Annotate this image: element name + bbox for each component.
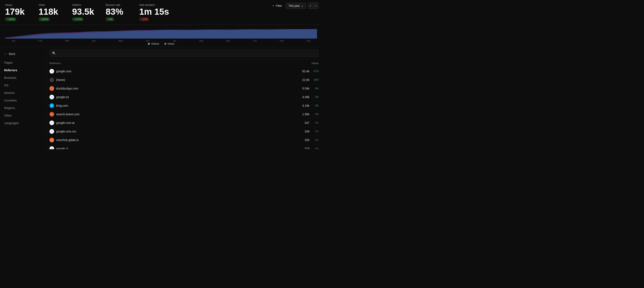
stat-item-visitors: Visitors 93.5k 272% [72, 2, 106, 24]
month-label-mar: Mar [59, 40, 76, 42]
sidebar-item-cities[interactable]: Cities [0, 112, 46, 119]
table-row[interactable]: G google.es 4.09k 3% [46, 93, 322, 102]
referrer-name: google.cl [56, 147, 297, 149]
table-row[interactable]: ○ (None) 22.6k 18% [46, 76, 322, 84]
referrer-views: 273 [299, 147, 310, 149]
sidebar-item-pages[interactable]: Pages [0, 59, 46, 66]
sidebar-item-referrers[interactable]: Referrers [0, 66, 46, 74]
month-label-feb: Feb [32, 40, 49, 42]
badge-arrow-icon [40, 18, 41, 21]
stat-label: Visit duration [139, 3, 169, 6]
table-row[interactable]: G google.cl 273 0% [46, 144, 322, 149]
filter-label: Filter [276, 4, 282, 7]
referrer-pct: 0% [312, 121, 319, 124]
year-selector[interactable]: This year ⌄ [286, 3, 306, 9]
back-label: Back [9, 52, 15, 56]
referrer-views: 1.95k [299, 112, 310, 116]
chevron-down-icon: ⌄ [301, 4, 303, 7]
stat-value: 118k [38, 7, 64, 16]
referrer-name: google.com.ar [56, 121, 297, 124]
table-row[interactable]: G google.com 83.4k 67% [46, 67, 322, 76]
stat-item-visit-duration: Visit duration 1m 15s 17% [139, 2, 177, 24]
stats-bar: Views 179k 229% Visits 118k 263% Visitor… [0, 0, 322, 25]
stat-value: 1m 15s [139, 7, 169, 16]
table-col-views: Views [312, 62, 319, 65]
referrer-views: 347 [299, 121, 310, 124]
stat-item-visits: Visits 118k 263% [38, 2, 72, 24]
stat-label: Bounce rate [106, 3, 131, 6]
stat-value: 179k [5, 7, 30, 16]
referrer-name: search.brave.com [56, 112, 297, 116]
referrer-icon: 🦁 [50, 112, 54, 116]
referrer-views: 3.16k [299, 104, 310, 107]
referrer-icon: ○ [50, 78, 54, 82]
month-label-may: May [112, 40, 129, 42]
table-row[interactable]: B bing.com 3.16k 3% [46, 102, 322, 110]
referrer-icon: B [50, 103, 54, 108]
legend-label: Visitors [151, 42, 159, 45]
month-label-oct: Oct [246, 40, 263, 42]
legend-dot [148, 43, 150, 45]
table-row[interactable]: 🦆 duckduckgo.com 5.54k 4% [46, 84, 322, 93]
legend-item-visitors: Visitors [148, 42, 159, 45]
referrer-pct: 3% [312, 96, 319, 98]
referrer-views: 330 [299, 138, 310, 142]
search-bar: 🔍 [46, 47, 322, 60]
back-button[interactable]: ← Back [0, 50, 20, 57]
next-year-button[interactable]: › [313, 2, 319, 9]
referrer-icon: G [50, 146, 54, 149]
referrer-views: 339 [299, 130, 310, 133]
referrer-views: 5.54k [299, 87, 310, 90]
month-label-jul: Jul [166, 40, 183, 42]
referrer-pct: 0% [312, 138, 319, 142]
referrer-pct: 0% [312, 130, 319, 133]
sidebar-item-regions[interactable]: Regions [0, 104, 46, 112]
stat-label: Visitors [72, 3, 97, 6]
stat-badge: 4% [106, 18, 114, 21]
referrer-name: victorhck.gitlab.io [56, 138, 297, 142]
referrer-pct: 3% [312, 104, 319, 107]
month-label-dec: Dec [300, 40, 317, 42]
stat-label: Views [5, 3, 30, 6]
legend-label: Views [168, 42, 174, 45]
referrer-pct: 4% [312, 87, 319, 90]
table-row[interactable]: 🦊 victorhck.gitlab.io 330 0% [46, 136, 322, 144]
referrer-icon: 🦊 [50, 138, 54, 142]
year-selector-label: This year [288, 4, 300, 7]
referrer-icon: 🦆 [50, 86, 54, 91]
badge-arrow-icon [6, 18, 8, 21]
prev-year-button[interactable]: ‹ [308, 2, 314, 9]
month-label-jan: Jan [5, 40, 22, 42]
stat-value: 83% [106, 7, 131, 16]
referrer-name: google.com.mx [56, 130, 297, 133]
referrer-name: bing.com [56, 104, 297, 107]
sidebar-item-os[interactable]: OS [0, 82, 46, 89]
sidebar-item-countries[interactable]: Countries [0, 97, 46, 104]
referrer-views: 4.09k [299, 95, 310, 99]
referrer-name: google.com [56, 70, 297, 73]
referrer-pct: 0% [312, 147, 319, 149]
referrer-icon: G [50, 95, 54, 99]
referrer-views: 83.4k [299, 70, 310, 73]
sidebar-item-browsers[interactable]: Browsers [0, 74, 46, 82]
back-arrow-icon: ← [4, 52, 7, 56]
table-row[interactable]: G google.com.ar 347 0% [46, 119, 322, 127]
referrer-icon: G [50, 129, 54, 134]
table-row[interactable]: G google.com.mx 339 0% [46, 127, 322, 136]
stat-badge: 263% [38, 18, 50, 21]
filter-button[interactable]: ＋ Filter [270, 2, 284, 9]
year-nav: ‹ › [308, 2, 319, 9]
filter-area: ＋ Filter This year ⌄ ‹ › [270, 2, 319, 9]
month-label-aug: Aug [193, 40, 210, 42]
sidebar-item-languages[interactable]: Languages [0, 119, 46, 127]
stat-badge: 229% [5, 18, 16, 21]
search-input[interactable] [58, 52, 316, 55]
stat-badge: 17% [139, 18, 149, 21]
search-input-wrapper[interactable]: 🔍 [50, 50, 319, 57]
sidebar-item-devices[interactable]: Devices [0, 89, 46, 97]
table-row[interactable]: 🦁 search.brave.com 1.95k 2% [46, 110, 322, 119]
legend-dot [164, 43, 166, 45]
stat-item-bounce-rate: Bounce rate 83% 4% [106, 2, 139, 24]
table-header: Referrers Views [46, 60, 322, 67]
month-label-jun: Jun [139, 40, 156, 42]
